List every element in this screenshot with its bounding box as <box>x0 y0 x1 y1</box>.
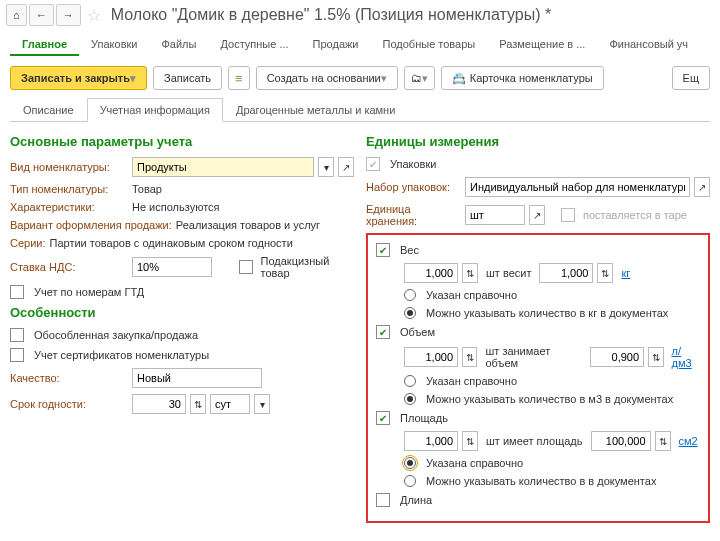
length-check[interactable] <box>376 493 390 507</box>
type-label: Тип номенклатуры: <box>10 183 128 195</box>
shelf-input[interactable] <box>132 394 186 414</box>
kg-link[interactable]: кг <box>621 267 630 279</box>
weight-qty-step[interactable]: ⇅ <box>462 263 478 283</box>
store-label: Единица хранения: <box>366 203 461 227</box>
shelf-unit-drop[interactable]: ▾ <box>254 394 270 414</box>
list-icon <box>235 71 243 86</box>
tab-accounting[interactable]: Учетная информация <box>87 98 223 122</box>
ldm3-link[interactable]: л/дм3 <box>672 345 700 369</box>
char-label: Характеристики: <box>10 201 128 213</box>
volume-can-label: Можно указывать количество в м3 в докуме… <box>426 393 673 405</box>
home-button[interactable]: ⌂ <box>6 4 27 26</box>
favorite-icon[interactable]: ☆ <box>87 6 101 25</box>
store-input[interactable] <box>465 205 525 225</box>
excise-label: Подакцизный товар <box>261 255 354 279</box>
set-label: Набор упаковок: <box>366 181 461 193</box>
area-can-radio[interactable] <box>404 475 416 487</box>
save-button[interactable]: Записать <box>153 66 222 90</box>
volume-ref-radio[interactable] <box>404 375 416 387</box>
volume-ref-label: Указан справочно <box>426 375 517 387</box>
set-input[interactable] <box>465 177 690 197</box>
weight-ref-radio[interactable] <box>404 289 416 301</box>
vat-label: Ставка НДС: <box>10 261 128 273</box>
folder-button[interactable] <box>404 66 435 90</box>
volume-qty-input[interactable] <box>404 347 458 367</box>
forward-button[interactable]: → <box>56 4 81 26</box>
vat-input[interactable] <box>132 257 212 277</box>
dimensions-box: Вес ⇅ шт весит ⇅ кг Указан справочно Мож… <box>366 233 710 523</box>
cm2-link[interactable]: см2 <box>679 435 698 447</box>
list-button[interactable] <box>228 66 250 90</box>
area-check[interactable] <box>376 411 390 425</box>
area-text: шт имеет площадь <box>486 435 583 447</box>
store-open[interactable]: ↗ <box>529 205 545 225</box>
menu-sales[interactable]: Продажи <box>301 34 371 56</box>
area-label: Площадь <box>400 412 448 424</box>
certs-label: Учет сертификатов номенклатуры <box>34 349 209 361</box>
volume-can-radio[interactable] <box>404 393 416 405</box>
excise-check[interactable] <box>239 260 253 274</box>
quality-input[interactable] <box>132 368 262 388</box>
area-can-label: Можно указывать количество в в документа… <box>426 475 656 487</box>
create-from-button[interactable]: Создать на основании <box>256 66 398 90</box>
series-value: Партии товаров с одинаковым сроком годно… <box>50 237 293 249</box>
type-value: Товар <box>132 183 162 195</box>
weight-val-step[interactable]: ⇅ <box>597 263 613 283</box>
kind-input[interactable] <box>132 157 314 177</box>
area-qty-step[interactable]: ⇅ <box>462 431 478 451</box>
tare-check <box>561 208 575 222</box>
menu-finance[interactable]: Финансовый уч <box>597 34 700 56</box>
volume-text: шт занимает объем <box>485 345 582 369</box>
weight-text: шт весит <box>486 267 531 279</box>
more-button[interactable]: Ещ <box>672 66 710 90</box>
set-open[interactable]: ↗ <box>694 177 710 197</box>
window-title: Молоко "Домик в деревне" 1.5% (Позиция н… <box>111 6 552 24</box>
quality-label: Качество: <box>10 372 128 384</box>
weight-qty-input[interactable] <box>404 263 458 283</box>
volume-check[interactable] <box>376 325 390 339</box>
card-button[interactable]: Карточка номенклатуры <box>441 66 604 90</box>
right-column: Единицы измерения Упаковки Набор упаково… <box>366 130 710 523</box>
area-val-step[interactable]: ⇅ <box>655 431 671 451</box>
menu-placement[interactable]: Размещение в ... <box>487 34 597 56</box>
weight-label: Вес <box>400 244 419 256</box>
weight-val-input[interactable] <box>539 263 593 283</box>
packs-label: Упаковки <box>390 158 436 170</box>
back-button[interactable]: ← <box>29 4 54 26</box>
tare-label: поставляется в таре <box>583 209 687 221</box>
section-units: Единицы измерения <box>366 134 710 149</box>
weight-can-radio[interactable] <box>404 307 416 319</box>
area-qty-input[interactable] <box>404 431 458 451</box>
volume-label: Объем <box>400 326 435 338</box>
kind-dropdown[interactable]: ▾ <box>318 157 334 177</box>
menu-similar[interactable]: Подобные товары <box>371 34 488 56</box>
gtd-label: Учет по номерам ГТД <box>34 286 144 298</box>
kind-open[interactable]: ↗ <box>338 157 354 177</box>
left-column: Основные параметры учета Вид номенклатур… <box>10 130 354 523</box>
area-ref-radio[interactable] <box>404 457 416 469</box>
menu-files[interactable]: Файлы <box>149 34 208 56</box>
kind-label: Вид номенклатуры: <box>10 161 128 173</box>
save-close-button[interactable]: Записать и закрыть <box>10 66 147 90</box>
tab-description[interactable]: Описание <box>10 98 87 121</box>
folder-icon <box>411 72 422 84</box>
shelf-unit-input[interactable] <box>210 394 250 414</box>
isolated-check[interactable] <box>10 328 24 342</box>
menu-available[interactable]: Доступные ... <box>208 34 300 56</box>
volume-qty-step[interactable]: ⇅ <box>462 347 477 367</box>
char-value: Не используются <box>132 201 220 213</box>
series-label: Серии: <box>10 237 46 249</box>
section-main-params: Основные параметры учета <box>10 134 354 149</box>
section-features: Особенности <box>10 305 354 320</box>
shelf-stepper[interactable]: ⇅ <box>190 394 206 414</box>
isolated-label: Обособленная закупка/продажа <box>34 329 198 341</box>
menu-main[interactable]: Главное <box>10 34 79 56</box>
menu-packs[interactable]: Упаковки <box>79 34 149 56</box>
gtd-check[interactable] <box>10 285 24 299</box>
volume-val-step[interactable]: ⇅ <box>648 347 663 367</box>
tab-metals[interactable]: Драгоценные металлы и камни <box>223 98 408 121</box>
weight-check[interactable] <box>376 243 390 257</box>
certs-check[interactable] <box>10 348 24 362</box>
volume-val-input[interactable] <box>590 347 644 367</box>
area-val-input[interactable] <box>591 431 651 451</box>
